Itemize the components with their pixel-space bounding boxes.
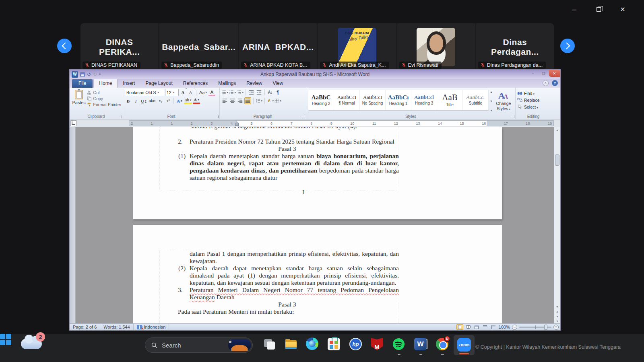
scrollbar-thumb[interactable] [555, 154, 559, 166]
line-spacing-icon[interactable] [256, 97, 262, 104]
outline-view-button[interactable] [482, 324, 489, 330]
fullscreen-reading-view-button[interactable] [465, 324, 472, 330]
borders-icon[interactable] [275, 97, 281, 104]
tab-home[interactable]: Home [93, 79, 118, 88]
style-heading-1[interactable]: AaBbCıHeading 1 [386, 90, 411, 110]
start-button[interactable] [0, 334, 11, 345]
document-area[interactable]: satuan regional sebagaimana dimaksud dal… [70, 127, 560, 323]
save-icon[interactable] [80, 72, 85, 77]
mcafee-button[interactable]: M [371, 338, 383, 350]
tab-view[interactable]: View [268, 79, 289, 88]
zoom-slider[interactable] [519, 327, 551, 328]
tab-file[interactable]: File [72, 79, 93, 88]
change-styles-button[interactable]: A A Change Styles [493, 89, 514, 113]
zoom-taskbar-button[interactable]: zoom [454, 335, 475, 355]
find-button[interactable]: Find [517, 90, 549, 96]
text-effects-button[interactable]: A [176, 97, 183, 104]
horizontal-ruler[interactable]: 2112345678910111213141516171819 [129, 120, 554, 126]
word-logo-icon[interactable]: W [72, 71, 78, 78]
tab-review[interactable]: Review [241, 79, 267, 88]
undo-icon[interactable]: ↺ [87, 72, 91, 77]
document-scrollbar[interactable]: ▲ ▼ ▲ ● ▼ [554, 127, 560, 323]
scroll-down-icon[interactable]: ▼ [556, 305, 559, 308]
select-browse-object-icon[interactable]: ● [556, 315, 558, 318]
paste-button[interactable]: Paste [71, 89, 87, 113]
word-minimize-icon[interactable] [527, 70, 538, 77]
bullets-icon[interactable] [221, 89, 228, 96]
close-icon[interactable] [617, 5, 628, 14]
style-title[interactable]: AaBTitle [437, 90, 463, 110]
word-taskbar-button[interactable]: W [414, 338, 427, 350]
participant-tile[interactable]: Bappeda_Sabar...Bappeda_Sabaruddin [159, 23, 238, 71]
font-size-select[interactable]: 12 [165, 89, 179, 96]
replace-button[interactable]: Replace [517, 97, 549, 103]
participant-tile[interactable]: Dinas Perdagan...Dinas Perdagangan da... [476, 23, 554, 71]
copy-button[interactable]: Copy [87, 96, 121, 101]
clipboard-dialog-launcher-icon[interactable] [119, 115, 122, 118]
edge-button[interactable] [306, 337, 318, 350]
style-heading-3[interactable]: AaBbCclHeading 3 [411, 90, 437, 110]
hp-app-button[interactable]: hp [349, 338, 362, 350]
help-icon[interactable]: ? [552, 80, 558, 86]
participant-tile[interactable]: DINAS PERIKA...DINAS PERIKANAN [80, 23, 158, 71]
format-painter-button[interactable]: Format Painter [87, 102, 121, 107]
redo-icon[interactable]: ↻ [93, 72, 97, 77]
gallery-next-button[interactable] [560, 39, 575, 53]
style-no-spacing[interactable]: AaBbCcINo Spacing [360, 90, 386, 110]
font-family-select[interactable]: Bookman Old S [125, 89, 164, 96]
style-heading-2[interactable]: AaBbCHeading 2 [308, 90, 334, 110]
next-page-icon[interactable]: ▼ [556, 320, 559, 323]
task-view-button[interactable] [262, 337, 276, 351]
change-case-button[interactable]: Aa [198, 89, 208, 96]
gallery-prev-button[interactable] [57, 39, 72, 53]
increase-indent-icon[interactable] [256, 89, 262, 96]
restore-icon[interactable] [593, 5, 604, 14]
clear-formatting-button[interactable]: A [208, 89, 215, 96]
zoom-slider-thumb[interactable] [544, 325, 547, 330]
language-indicator[interactable]: Indonesian [134, 324, 169, 330]
zoom-in-icon[interactable]: + [553, 325, 559, 330]
grow-font-button[interactable]: A [180, 89, 186, 96]
word-restore-icon[interactable] [538, 70, 549, 77]
tab-insert[interactable]: Insert [118, 79, 140, 88]
sort-icon[interactable]: A↓ [267, 89, 274, 96]
style-subtitle[interactable]: AaBbCc.Subtitle [463, 90, 489, 110]
font-dialog-launcher-icon[interactable] [216, 115, 219, 118]
qat-customize-icon[interactable]: ▾ [99, 72, 101, 76]
bold-button[interactable]: B [125, 97, 132, 104]
shading-icon[interactable] [267, 97, 274, 104]
cut-button[interactable]: Cut [87, 90, 121, 95]
minimize-icon[interactable] [569, 5, 580, 14]
zoom-level[interactable]: 100% [499, 325, 510, 329]
align-center-icon[interactable] [229, 97, 236, 104]
tab-page-layout[interactable]: Page Layout [140, 79, 178, 88]
zoom-out-icon[interactable]: – [512, 325, 517, 330]
align-left-icon[interactable] [221, 97, 228, 104]
participant-tile[interactable]: Evi Risnawati [397, 23, 475, 71]
strikethrough-button[interactable]: abe [148, 97, 156, 104]
web-layout-view-button[interactable] [473, 324, 480, 330]
microsoft-store-button[interactable] [328, 338, 340, 350]
collapse-ribbon-icon[interactable]: ˄ [543, 80, 549, 86]
tab-selector[interactable] [70, 120, 76, 126]
previous-page-icon[interactable]: ▲ [556, 310, 559, 313]
justify-icon[interactable] [244, 97, 251, 104]
participant-tile[interactable]: BSK HUKUMPolicy TalksAndi Ari Eka Saputr… [318, 23, 396, 71]
styles-scroll[interactable]: ▲▼▼ [489, 89, 493, 113]
decrease-indent-icon[interactable] [248, 89, 255, 96]
participant-tile[interactable]: ARINA BPKAD...ARINA BPKAD KOTA B... [239, 23, 317, 71]
search-box[interactable]: Search [145, 337, 253, 353]
select-button[interactable]: Select [517, 104, 549, 109]
highlight-button[interactable]: ab [184, 97, 192, 104]
numbering-icon[interactable] [229, 89, 236, 96]
print-layout-view-button[interactable] [456, 324, 463, 330]
tab-references[interactable]: References [178, 79, 213, 88]
style-normal[interactable]: AaBbCcI¶ Normal [334, 90, 360, 110]
styles-dialog-launcher-icon[interactable] [512, 115, 514, 118]
underline-button[interactable]: U [140, 97, 147, 104]
word-titlebar[interactable]: W ↺ ↻ ▾ Ankop Raperwali Baubau ttg SHS -… [70, 70, 560, 79]
superscript-button[interactable]: x² [165, 97, 171, 104]
multilevel-list-icon[interactable] [237, 89, 244, 96]
scroll-up-icon[interactable]: ▲ [554, 127, 560, 133]
font-color-button[interactable]: A [193, 97, 200, 104]
